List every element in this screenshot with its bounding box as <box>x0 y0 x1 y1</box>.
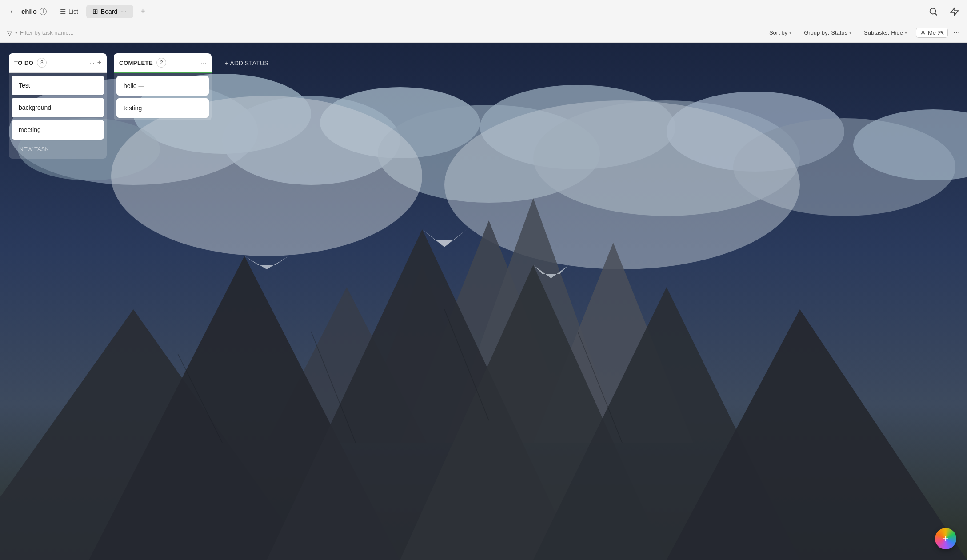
filter-placeholder: Filter by task name... <box>20 29 74 36</box>
svg-line-1 <box>935 13 937 15</box>
svg-point-4 <box>941 31 943 32</box>
group-by-chevron: ▾ <box>849 30 851 35</box>
task-name-hello: hello — <box>124 82 202 89</box>
board-background: TO DO 3 ··· + Test background meeting <box>0 43 967 560</box>
column-todo-title: TO DO <box>14 60 33 66</box>
new-task-label: + NEW TASK <box>14 146 49 152</box>
column-complete-header: COMPLETE 2 ··· <box>114 53 212 73</box>
list-icon: ☰ <box>60 8 66 16</box>
fab-icon: + <box>943 532 949 545</box>
task-name-testing: testing <box>124 104 202 112</box>
tab-list[interactable]: ☰ List <box>54 5 84 18</box>
group-by-button[interactable]: Group by: Status ▾ <box>800 28 855 38</box>
new-task-button-todo[interactable]: + NEW TASK <box>12 142 104 156</box>
svg-point-3 <box>922 31 924 33</box>
tab-board[interactable]: ⊞ Board ··· <box>86 5 133 18</box>
board-icon: ⊞ <box>92 8 98 16</box>
tab-board-label: Board <box>101 8 117 15</box>
svg-point-0 <box>930 8 936 14</box>
column-todo-count: 3 <box>37 58 47 68</box>
tab-bar-right <box>926 4 962 19</box>
column-complete-title: COMPLETE <box>119 60 153 66</box>
filter-chevron: ▾ <box>15 30 17 35</box>
task-name-background: background <box>19 104 97 111</box>
task-name-meeting: meeting <box>19 126 97 133</box>
column-complete-actions: ··· <box>201 59 206 66</box>
tab-list-label: List <box>68 8 78 15</box>
column-complete-body: hello — testing <box>114 73 212 120</box>
person-icon <box>920 30 926 36</box>
back-button[interactable]: ‹ <box>5 5 18 18</box>
task-card-meeting[interactable]: meeting <box>12 120 104 140</box>
column-todo-actions: ··· + <box>89 59 101 67</box>
group-by-label: Group by: <box>804 29 829 36</box>
column-todo-dots[interactable]: ··· <box>89 59 95 66</box>
svg-marker-2 <box>951 7 959 15</box>
task-card-testing[interactable]: testing <box>116 98 209 118</box>
filter-area[interactable]: ▽ ▾ Filter by task name... <box>7 29 74 37</box>
me-label: Me <box>928 29 936 36</box>
subtasks-chevron: ▾ <box>905 30 907 35</box>
hello-dash: — <box>138 83 144 89</box>
column-complete-count: 2 <box>156 58 166 68</box>
assignee-people-icon <box>938 30 944 36</box>
add-status-button[interactable]: + ADD STATUS <box>219 55 275 71</box>
board-content: TO DO 3 ··· + Test background meeting <box>0 43 967 169</box>
flash-button[interactable] <box>947 4 962 19</box>
app-name-container: ehllo i <box>21 8 47 15</box>
assignee-filter[interactable]: Me <box>916 28 948 38</box>
column-complete-dots[interactable]: ··· <box>201 59 206 66</box>
task-card-hello[interactable]: hello — <box>116 76 209 96</box>
column-todo: TO DO 3 ··· + Test background meeting <box>9 53 107 159</box>
toolbar-right: Sort by ▾ Group by: Status ▾ Subtasks: H… <box>766 28 960 38</box>
toolbar-more-button[interactable]: ··· <box>953 28 960 37</box>
column-todo-add[interactable]: + <box>97 59 101 67</box>
task-card-test[interactable]: Test <box>12 76 104 95</box>
column-complete: COMPLETE 2 ··· hello — testing <box>114 53 212 120</box>
subtasks-label: Subtasks: <box>864 29 889 36</box>
group-by-value: Status <box>831 29 847 36</box>
fab-button[interactable]: + <box>935 528 956 549</box>
tab-board-dots[interactable]: ··· <box>121 8 127 16</box>
info-icon[interactable]: i <box>40 8 47 15</box>
task-name-test: Test <box>19 82 97 89</box>
add-status-label: + ADD STATUS <box>225 60 268 67</box>
svg-point-5 <box>939 31 940 32</box>
filter-icon: ▽ <box>7 29 12 37</box>
sort-by-chevron: ▾ <box>789 30 791 35</box>
sort-by-button[interactable]: Sort by ▾ <box>766 28 795 38</box>
subtasks-value: Hide <box>891 29 903 36</box>
app-title: ehllo <box>21 8 37 15</box>
column-todo-body: Test background meeting + NEW TASK <box>9 73 107 159</box>
toolbar: ▽ ▾ Filter by task name... Sort by ▾ Gro… <box>0 23 967 43</box>
search-button[interactable] <box>926 4 940 19</box>
column-todo-header: TO DO 3 ··· + <box>9 53 107 73</box>
task-card-background[interactable]: background <box>12 98 104 117</box>
sort-by-label: Sort by <box>769 29 787 36</box>
tab-bar: ‹ ehllo i ☰ List ⊞ Board ··· + <box>0 0 967 23</box>
add-tab-button[interactable]: + <box>137 5 149 18</box>
subtasks-button[interactable]: Subtasks: Hide ▾ <box>860 28 911 38</box>
